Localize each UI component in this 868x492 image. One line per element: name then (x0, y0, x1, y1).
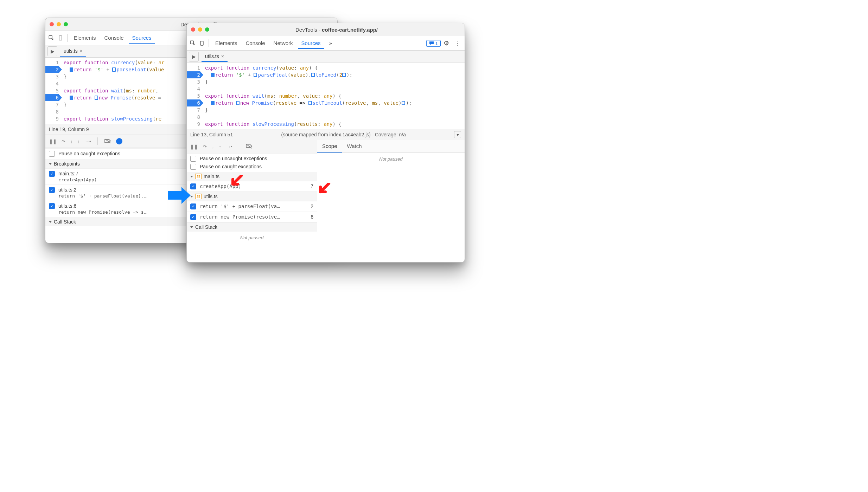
step-icon[interactable]: →• (226, 144, 232, 149)
pause-caught-checkbox[interactable]: Pause on caught exceptions (187, 164, 317, 172)
callstack-section[interactable]: Call Stack (187, 222, 317, 232)
tab-sources[interactable]: Sources (298, 38, 324, 49)
step-over-icon[interactable]: ↷ (203, 144, 207, 149)
tab-elements[interactable]: Elements (212, 38, 241, 49)
svg-rect-1 (59, 36, 62, 40)
source-map-info: (source mapped from index.1ac4eab2.js) (281, 132, 371, 137)
not-paused-label: Not paused (187, 232, 317, 244)
annotation-arrow-blue (168, 187, 191, 204)
step-over-icon[interactable]: ↷ (62, 139, 65, 144)
step-into-icon[interactable]: ↓ (70, 139, 73, 144)
cursor-position: Line 13, Column 51 (190, 132, 233, 137)
debugger-controls: ❚❚ ↷ ↓ ↑ →• (187, 140, 317, 153)
settings-icon[interactable]: ⚙ (443, 39, 449, 47)
source-map-link[interactable]: index.1ac4eab2.js (329, 132, 369, 137)
device-icon[interactable] (57, 34, 64, 42)
issues-badge[interactable]: 1 (426, 40, 441, 47)
tab-console[interactable]: Console (101, 33, 127, 44)
tab-scope[interactable]: Scope (317, 140, 342, 153)
debugger-left-pane: ❚❚ ↷ ↓ ↑ →• Pause on uncaught exceptions… (187, 140, 317, 244)
sidebar-tabs: Scope Watch (317, 140, 465, 153)
titlebar[interactable]: DevTools - coffee-cart.netlify.app/ (187, 23, 465, 36)
coverage-info: Coverage: n/a (375, 132, 406, 137)
minimize-icon[interactable] (57, 22, 61, 26)
pause-uncaught-checkbox[interactable]: Pause on uncaught exceptions (187, 153, 317, 164)
tab-elements[interactable]: Elements (70, 33, 100, 44)
breakpoint-file-group[interactable]: JSutils.ts (187, 192, 317, 201)
breakpoint-file-group[interactable]: JSmain.ts (187, 172, 317, 181)
file-tab-utils[interactable]: utils.ts× (202, 51, 228, 62)
deactivate-breakpoints-icon[interactable] (245, 143, 253, 150)
tab-network[interactable]: Network (270, 38, 296, 49)
annotation-arrow-red (229, 175, 243, 189)
window-title: DevTools - coffee-cart.netlify.app/ (213, 27, 460, 33)
close-tab-icon[interactable]: × (80, 48, 83, 54)
zoom-icon[interactable] (205, 27, 209, 32)
breakpoint-item[interactable]: return new Promise(resolve…6 (187, 212, 317, 222)
step-out-icon[interactable]: ↑ (78, 139, 80, 144)
close-icon[interactable] (191, 27, 195, 32)
close-tab-icon[interactable]: × (221, 53, 224, 59)
file-tab-bar: ▶ utils.ts× (187, 51, 465, 63)
cursor-position: Line 19, Column 9 (49, 127, 89, 132)
code-editor[interactable]: 123456789export function currency(value:… (187, 63, 465, 129)
traffic-lights[interactable] (50, 22, 68, 26)
kebab-menu-icon[interactable]: ⋮ (452, 39, 462, 47)
step-icon[interactable]: →• (85, 139, 91, 144)
tab-console[interactable]: Console (242, 38, 269, 49)
devtools-window-new: DevTools - coffee-cart.netlify.app/ Elem… (186, 23, 465, 263)
step-out-icon[interactable]: ↑ (219, 144, 222, 149)
device-icon[interactable] (198, 39, 206, 47)
pause-exceptions-icon[interactable] (116, 138, 122, 144)
run-snippet-icon[interactable]: ▶ (189, 52, 199, 62)
annotation-arrow-red (317, 183, 331, 197)
minimize-icon[interactable] (198, 27, 202, 32)
not-paused-label: Not paused (317, 153, 465, 165)
step-into-icon[interactable]: ↓ (212, 144, 214, 149)
tab-watch[interactable]: Watch (342, 140, 367, 153)
main-toolbar: Elements Console Network Sources » 1 ⚙ ⋮ (187, 36, 465, 51)
inspect-icon[interactable] (189, 39, 197, 47)
debugger-right-pane: Scope Watch Not paused (317, 140, 465, 244)
pause-icon[interactable]: ❚❚ (190, 144, 198, 149)
tabs-overflow[interactable]: » (326, 38, 336, 49)
coverage-toggle-icon[interactable]: ▾ (454, 131, 461, 138)
svg-rect-3 (200, 41, 203, 45)
tab-sources[interactable]: Sources (129, 33, 155, 44)
inspect-icon[interactable] (47, 34, 55, 42)
editor-status-bar: Line 13, Column 51 (source mapped from i… (187, 129, 465, 140)
breakpoint-item[interactable]: createApp(App)7 (187, 181, 317, 192)
pause-icon[interactable]: ❚❚ (49, 139, 57, 144)
run-snippet-icon[interactable]: ▶ (47, 46, 57, 56)
traffic-lights[interactable] (191, 27, 209, 32)
deactivate-breakpoints-icon[interactable] (104, 138, 111, 145)
zoom-icon[interactable] (64, 22, 68, 26)
breakpoint-item[interactable]: return '$' + parseFloat(va…2 (187, 201, 317, 212)
close-icon[interactable] (50, 22, 54, 26)
file-tab-utils[interactable]: utils.ts× (60, 46, 86, 57)
